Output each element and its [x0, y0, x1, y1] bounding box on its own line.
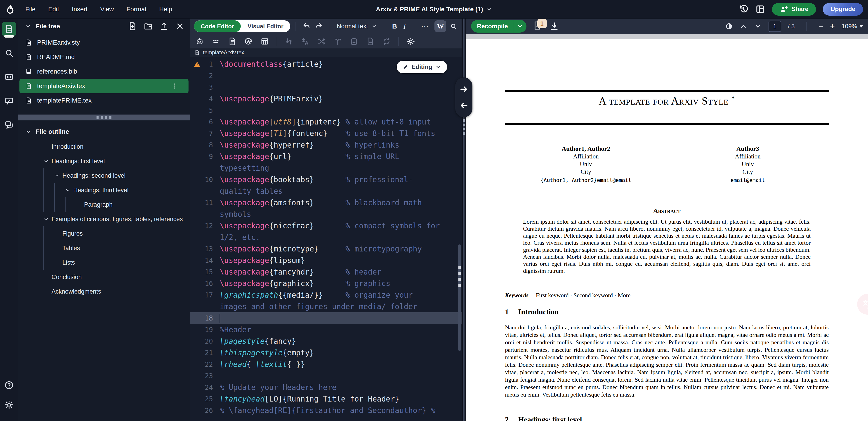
- outline-item[interactable]: Lists: [18, 255, 190, 270]
- code-line[interactable]: quality tables: [190, 186, 462, 197]
- settings-icon[interactable]: [406, 37, 415, 46]
- outline-chevron[interactable]: [43, 154, 52, 168]
- language-check-icon[interactable]: [244, 37, 253, 46]
- rail-item-symbol-palette[interactable]: [2, 70, 16, 84]
- code-line[interactable]: symbols: [190, 208, 462, 220]
- chevron-down-icon[interactable]: [25, 23, 31, 29]
- code-line[interactable]: 14\usepackage{lipsum}: [190, 255, 462, 266]
- code-line[interactable]: 18: [190, 312, 462, 324]
- code-line[interactable]: 5: [190, 105, 462, 116]
- code-line[interactable]: 26% \fancyhead[RE]{Firstauthor and Secon…: [190, 405, 462, 416]
- code-line[interactable]: 16\usepackage{graphicx} % graphics: [190, 278, 462, 289]
- zoom-in-button[interactable]: +: [830, 22, 835, 30]
- more-tools-button[interactable]: ⋯: [421, 22, 429, 31]
- menu-help[interactable]: Help: [159, 6, 172, 13]
- code-line[interactable]: 15\usepackage{fancyhdr} % header: [190, 266, 462, 278]
- arrow-right-icon[interactable]: [459, 85, 468, 94]
- upgrade-button[interactable]: Upgrade: [823, 3, 863, 16]
- code-line[interactable]: 23: [190, 370, 462, 382]
- outline-item[interactable]: Examples of citations, figures, tables, …: [18, 212, 190, 226]
- code-line[interactable]: 7\usepackage[T1]{fontenc} % use 8-bit T1…: [190, 128, 462, 139]
- menu-file[interactable]: File: [25, 6, 35, 13]
- outline-item[interactable]: Acknowledgments: [18, 284, 190, 299]
- table-icon[interactable]: [260, 37, 269, 46]
- file-row[interactable]: templateArxiv.tex: [20, 79, 188, 93]
- code-editor[interactable]: 1\documentclass{article}234\usepackage{P…: [190, 57, 462, 421]
- search-icon[interactable]: [450, 23, 457, 30]
- zoom-out-button[interactable]: −: [818, 22, 823, 30]
- panel-splitter-handle[interactable]: [18, 115, 190, 120]
- code-line[interactable]: 17\graphicspath{{media/}} % organize you…: [190, 289, 462, 301]
- code-line[interactable]: 6\usepackage[utf8]{inputenc} % allow utf…: [190, 116, 462, 128]
- code-line[interactable]: 12\usepackage{nicefrac} % compact symbol…: [190, 220, 462, 231]
- code-line[interactable]: 22\rhead{ \textit{ }}: [190, 359, 462, 370]
- menu-format[interactable]: Format: [127, 6, 147, 13]
- history-icon[interactable]: [739, 4, 748, 14]
- code-line[interactable]: 19%Header: [190, 324, 462, 335]
- code-line[interactable]: 1/2, etc.: [190, 231, 462, 243]
- outline-item[interactable]: Figures: [18, 226, 190, 241]
- code-line[interactable]: 10\usepackage{booktabs} % professional-: [190, 174, 462, 186]
- arrow-left-icon[interactable]: [459, 101, 468, 110]
- code-line[interactable]: 8\usepackage{hyperref} % hyperlinks: [190, 139, 462, 151]
- recompile-button[interactable]: Recompile: [471, 20, 526, 33]
- layout-icon[interactable]: [755, 4, 765, 14]
- close-panel-icon[interactable]: [176, 22, 184, 31]
- rail-item-search[interactable]: [2, 46, 16, 60]
- new-file-icon[interactable]: [128, 22, 137, 31]
- redo-button[interactable]: [315, 22, 322, 30]
- zoom-level-dropdown[interactable]: 109%: [842, 23, 863, 30]
- outline-item[interactable]: Headings: first level: [18, 154, 190, 168]
- compile-logs-button[interactable]: 1: [533, 21, 543, 32]
- paragraph-style-dropdown[interactable]: Normal text: [335, 23, 379, 30]
- contrast-toggle-icon[interactable]: [725, 22, 733, 30]
- editor-pdf-splitter[interactable]: [462, 19, 466, 421]
- suggestions-icon[interactable]: [212, 37, 220, 46]
- visual-editor-toggle[interactable]: Visual Editor: [241, 20, 290, 32]
- outline-chevron[interactable]: [65, 183, 73, 197]
- share-button[interactable]: Share: [772, 3, 816, 16]
- code-line[interactable]: 21\thispagestyle{empty}: [190, 347, 462, 359]
- bold-button[interactable]: B: [392, 22, 397, 30]
- rail-item-file-tree[interactable]: [2, 22, 16, 36]
- outline-item[interactable]: Headings: second level: [18, 168, 190, 183]
- menu-edit[interactable]: Edit: [48, 6, 59, 13]
- code-line[interactable]: 24% Update your Headers here: [190, 382, 462, 393]
- code-line[interactable]: typesetting: [190, 162, 462, 174]
- writefull-button[interactable]: W: [434, 20, 446, 32]
- warning-icon[interactable]: [193, 61, 201, 68]
- undo-button[interactable]: [303, 22, 310, 30]
- rail-item-help[interactable]: [2, 378, 16, 392]
- pdf-viewer[interactable]: A template for Arxiv Style * Author1, Au…: [466, 34, 868, 421]
- file-row[interactable]: PRIMEarxiv.sty: [20, 35, 188, 50]
- file-row[interactable]: templatePRIME.tex: [20, 93, 188, 108]
- code-line[interactable]: 11\usepackage{amsfonts} % blackboard mat…: [190, 197, 462, 208]
- outline-item[interactable]: Paragraph: [18, 197, 190, 212]
- rail-item-settings[interactable]: [2, 397, 16, 412]
- recompile-options-button[interactable]: [514, 20, 526, 33]
- outline-item[interactable]: Tables: [18, 241, 190, 255]
- outline-chevron[interactable]: [54, 168, 62, 183]
- translate-extension-fab[interactable]: [857, 294, 868, 315]
- outline-item[interactable]: Introduction: [18, 139, 190, 154]
- outline-item[interactable]: Conclusion: [18, 270, 190, 284]
- outline-item[interactable]: Headings: third level: [18, 183, 190, 197]
- code-line[interactable]: 25\fancyhead[LO]{Running Title for Heade…: [190, 393, 462, 405]
- code-line[interactable]: images and other figures under media/ fo…: [190, 301, 462, 312]
- file-row[interactable]: references.bib: [20, 64, 188, 79]
- editing-mode-dropdown[interactable]: Editing: [397, 61, 447, 73]
- code-line[interactable]: 20\pagestyle{fancy}: [190, 335, 462, 347]
- project-title[interactable]: Arxiv & PRIME AI Style Template (1): [376, 6, 492, 13]
- code-line[interactable]: 13\usepackage{microtype} % microtypograp…: [190, 243, 462, 255]
- rail-item-review[interactable]: [2, 94, 16, 108]
- code-line[interactable]: 4\usepackage{PRIMEarxiv}: [190, 93, 462, 105]
- assistant-icon[interactable]: [195, 37, 204, 46]
- outline-chevron[interactable]: [43, 212, 52, 226]
- file-row[interactable]: README.md: [20, 50, 188, 64]
- page-number-input[interactable]: 1: [769, 21, 781, 32]
- rail-item-chat[interactable]: [2, 118, 16, 132]
- download-pdf-icon[interactable]: [550, 22, 559, 31]
- code-editor-toggle[interactable]: Code Editor: [194, 20, 241, 32]
- menu-insert[interactable]: Insert: [72, 6, 88, 13]
- code-line[interactable]: 9\usepackage{url} % simple URL: [190, 151, 462, 162]
